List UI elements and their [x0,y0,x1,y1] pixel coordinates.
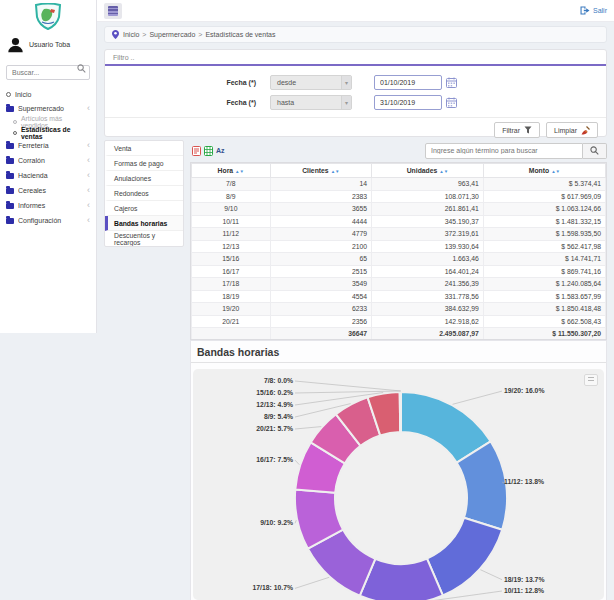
column-header-clientes[interactable]: Clientes▲▼ [270,164,371,178]
tab-descuentos-y-recargos[interactable]: Descuentos y recargos [105,231,183,246]
cell-unidades: 164.401,24 [372,265,484,278]
table-row-20-21: 20/212356142.918,62$ 662.508,43 [192,315,606,328]
export-excel-icon[interactable] [204,146,213,156]
date-field-label: Fecha (*) [105,79,270,86]
folder-icon [6,106,14,112]
cell-unidades: 345.190,37 [372,215,484,228]
donut-chart-svg[interactable]: 7/8: 0.0%15/16: 0.2%12/13: 4.9%8/9: 5.4%… [193,369,604,600]
sort-icons: ▲▼ [439,167,448,174]
tab-anulaciones[interactable]: Anulaciones [105,171,183,186]
cell-unidades: 1.663,46 [372,253,484,266]
calendar-icon[interactable] [446,77,457,88]
sidebar-search [6,61,90,80]
donut-label-18-19: 18/19: 13.7% [504,576,544,583]
circle-icon [13,131,17,135]
donut-label-7-8: 7/8: 0.0% [264,377,293,384]
tab-bandas-horarias[interactable]: Bandas horarias [105,216,183,231]
sidebar-item-corralon[interactable]: Corralón‹ [0,153,96,168]
hourly-sales-table: Hora▲▼Clientes▲▼Unidades▲▼Monto▲▼7/81496… [191,163,606,340]
sidebar-subitem-estadisticas-de-ventas[interactable]: Estadísticas de ventas [0,127,96,138]
cell-clientes: 3655 [270,203,371,216]
date-input-desde[interactable] [374,75,442,90]
export-pdf-icon[interactable] [192,146,201,156]
cell-clientes: 2356 [270,315,371,328]
date-input-hasta[interactable] [374,95,442,110]
total-clientes: 36647 [270,328,371,341]
table-row-16-17: 16/172515164.401,24$ 869.741,16 [192,265,606,278]
sort-az-icon[interactable]: Az [216,147,225,154]
chevron-left-icon: ‹ [87,216,90,225]
donut-label-20-21: 20/21: 5.7% [256,425,293,432]
sidebar-item-cereales[interactable]: Cereales‹ [0,183,96,198]
folder-icon [6,173,14,179]
cell-hora: 18/19 [192,290,271,303]
user-info: Usuario Toba [0,32,96,59]
cell-unidades: 139.930,64 [372,240,484,253]
column-header-monto[interactable]: Monto▲▼ [483,164,605,178]
logout-link[interactable]: Salir [580,6,607,15]
cell-clientes: 2383 [270,190,371,203]
cell-clientes: 6233 [270,303,371,316]
chevron-left-icon: ‹ [87,171,90,180]
hamburger-icon [108,6,118,16]
total-hora [192,328,271,341]
top-bar: Salir [97,0,614,22]
table-row-15-16: 15/16651.663,46$ 14.741,71 [192,253,606,266]
chevron-down-icon: ▾ [341,96,351,109]
donut-slice-15-16[interactable] [400,392,401,432]
cell-unidades: 331.778,56 [372,290,484,303]
sidebar-item-inicio[interactable]: Inicio [0,88,96,101]
cell-unidades: 261.861,41 [372,203,484,216]
cell-monto: $ 1.583.657,99 [483,290,605,303]
date-mode-select-desde[interactable]: desde▾ [270,75,352,90]
chevron-left-icon: ‹ [87,104,90,113]
cell-hora: 9/10 [192,203,271,216]
cell-hora: 20/21 [192,315,271,328]
user-name: Usuario Toba [29,41,70,48]
chart-export-menu-button[interactable] [584,374,598,386]
cell-hora: 12/13 [192,240,271,253]
filter-panel-header[interactable]: Filtro .. [105,50,606,66]
sidebar-item-ferreteria[interactable]: Ferretería‹ [0,138,96,153]
breadcrumb-item-inicio[interactable]: Inicio [123,31,139,38]
filter-button[interactable]: Filtrar [494,122,540,138]
folder-icon [6,158,14,164]
cell-hora: 15/16 [192,253,271,266]
folder-icon [6,203,14,209]
select-value: hasta [277,99,294,106]
cell-clientes: 14 [270,178,371,191]
sidebar-item-informes[interactable]: Informes‹ [0,198,96,213]
cell-unidades: 142.918,62 [372,315,484,328]
sidebar-item-configuracion[interactable]: Configuración‹ [0,213,96,228]
sidebar-item-label: Inicio [15,91,31,98]
cell-hora: 19/20 [192,303,271,316]
cell-unidades: 241.356,39 [372,278,484,291]
sidebar-item-label: Corralón [18,157,45,164]
clear-button[interactable]: Limpiar [546,122,598,138]
cell-hora: 11/12 [192,228,271,241]
sidebar: Usuario Toba InicioSupermercado‹Artículo… [0,0,97,333]
sidebar-item-label: Hacienda [18,172,48,179]
sort-icons: ▲▼ [235,167,244,174]
search-icon [590,146,599,155]
table-search-button[interactable] [583,143,607,159]
table-row-9-10: 9/103655261.861,41$ 1.063.124,66 [192,203,606,216]
tab-venta[interactable]: Venta [105,141,183,156]
column-header-unidades[interactable]: Unidades▲▼ [372,164,484,178]
circle-icon [13,120,17,124]
table-search-input[interactable] [425,143,583,159]
donut-label-8-9: 8/9: 5.4% [264,413,293,420]
column-header-hora[interactable]: Hora▲▼ [192,164,271,178]
breadcrumb-item-supermercado[interactable]: Supermercado [149,31,195,38]
calendar-icon[interactable] [446,97,457,108]
sort-icons: ▲▼ [551,167,560,174]
donut-chart[interactable]: 7/8: 0.0%15/16: 0.2%12/13: 4.9%8/9: 5.4%… [193,369,604,600]
sidebar-item-label: Ferretería [18,142,49,149]
tab-formas-de-pago[interactable]: Formas de pago [105,156,183,171]
tab-redondeos[interactable]: Redondeos [105,186,183,201]
tab-cajeros[interactable]: Cajeros [105,201,183,216]
date-mode-select-hasta[interactable]: hasta▾ [270,95,352,110]
sidebar-toggle-button[interactable] [104,3,122,19]
cell-monto: $ 14.741,71 [483,253,605,266]
sidebar-item-hacienda[interactable]: Hacienda‹ [0,168,96,183]
